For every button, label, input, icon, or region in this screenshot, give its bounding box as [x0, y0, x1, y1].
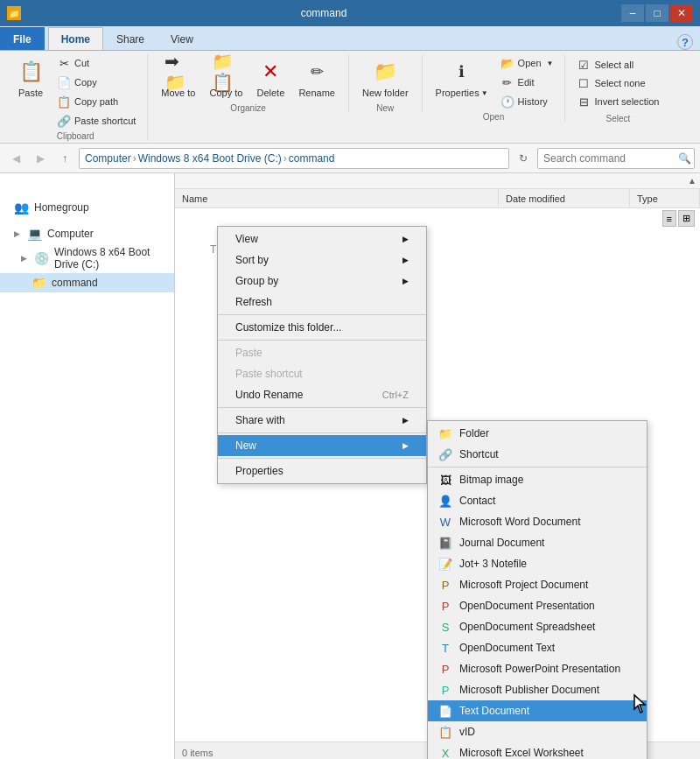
- search-input[interactable]: [543, 152, 675, 165]
- sub-odp[interactable]: P OpenDocument Presentation: [428, 595, 647, 616]
- col-type-header[interactable]: Type: [630, 189, 700, 207]
- tab-share[interactable]: Share: [103, 27, 158, 50]
- sub-folder-label: Folder: [459, 427, 489, 439]
- sub-powerpoint-label: Microsoft PowerPoint Presentation: [459, 663, 620, 675]
- ctx-share-with[interactable]: Share with ▶: [218, 410, 426, 431]
- search-icon: 🔍: [678, 152, 691, 165]
- ctx-sep-1: [218, 314, 426, 315]
- sub-text[interactable]: 📄 Text Document: [428, 700, 647, 721]
- ctx-undo-rename[interactable]: Undo Rename Ctrl+Z: [218, 384, 426, 405]
- rename-button[interactable]: ✏ Rename: [292, 54, 341, 102]
- col-date-header[interactable]: Date modified: [499, 189, 630, 207]
- copy-to-icon: 📁📋: [212, 58, 240, 86]
- search-box: 🔍: [537, 148, 695, 169]
- cut-button[interactable]: ✂ Cut: [52, 54, 140, 72]
- col-name-label: Name: [182, 193, 207, 204]
- tab-view[interactable]: View: [158, 27, 206, 50]
- edit-button[interactable]: ✏ Edit: [496, 74, 558, 91]
- paste-shortcut-button[interactable]: 🔗 Paste shortcut: [52, 112, 140, 130]
- select-none-button[interactable]: ☐ Select none: [572, 74, 663, 92]
- ctx-customize[interactable]: Customize this folder...: [218, 317, 426, 338]
- ctx-sort-label: Sort by: [235, 254, 269, 266]
- sub-shortcut[interactable]: 🔗 Shortcut: [428, 444, 647, 465]
- ctx-group-by[interactable]: Group by ▶: [218, 271, 426, 292]
- window-icon: 📁: [7, 6, 21, 20]
- sub-jot[interactable]: 📝 Jot+ 3 Notefile: [428, 553, 647, 574]
- forward-button[interactable]: ▶: [30, 148, 51, 169]
- sub-vid[interactable]: 📋 vID: [428, 721, 647, 742]
- sub-powerpoint[interactable]: P Microsoft PowerPoint Presentation: [428, 658, 647, 679]
- context-menu: View ▶ Sort by ▶ Group by ▶ Refresh Cust…: [217, 226, 427, 484]
- address-path[interactable]: Computer › Windows 8 x64 Boot Drive (C:)…: [79, 148, 509, 169]
- tab-home[interactable]: Home: [48, 27, 103, 50]
- minimize-button[interactable]: –: [621, 4, 644, 22]
- copy-to-button[interactable]: 📁📋 Copy to: [203, 54, 248, 102]
- sub-excel[interactable]: X Microsoft Excel Worksheet: [428, 742, 647, 759]
- ctx-share-arrow: ▶: [402, 416, 409, 425]
- list-view-button[interactable]: ≡: [662, 210, 676, 227]
- tab-file[interactable]: File: [0, 27, 45, 50]
- path-command[interactable]: command: [289, 152, 335, 165]
- sub-publisher[interactable]: P Microsoft Publisher Document: [428, 679, 647, 700]
- up-button[interactable]: ↑: [54, 148, 75, 169]
- sub-sep-1: [428, 467, 647, 467]
- new-folder-button[interactable]: 📁 New folder: [356, 54, 415, 102]
- ctx-share-label: Share with: [235, 414, 285, 426]
- ctx-sort-arrow: ▶: [402, 256, 409, 264]
- ctx-customize-label: Customize this folder...: [235, 321, 341, 334]
- help-icon[interactable]: ?: [677, 34, 693, 50]
- properties-icon: ℹ: [448, 58, 476, 86]
- sub-journal[interactable]: 📓 Journal Document: [428, 532, 647, 553]
- sub-ods[interactable]: S OpenDocument Spreadsheet: [428, 616, 647, 637]
- sidebar-item-drive[interactable]: ▶ 💿 Windows 8 x64 Boot Drive (C:): [0, 243, 174, 273]
- delete-button[interactable]: ✕ Delete: [250, 54, 290, 102]
- refresh-button[interactable]: ↻: [513, 148, 534, 169]
- path-computer[interactable]: Computer: [85, 152, 131, 165]
- invert-selection-button[interactable]: ⊟ Invert selection: [572, 93, 663, 110]
- sub-vid-label: vID: [459, 726, 475, 738]
- detail-view-button[interactable]: ⊞: [678, 210, 695, 227]
- sub-project-label: Microsoft Project Document: [459, 579, 588, 591]
- ctx-sep-4: [218, 432, 426, 433]
- select-all-button[interactable]: ☑ Select all: [572, 56, 663, 74]
- open-button[interactable]: 📂 Open ▼: [496, 54, 558, 72]
- back-button[interactable]: ◀: [5, 148, 26, 169]
- copy-button[interactable]: 📄 Copy: [52, 74, 140, 91]
- ctx-new[interactable]: New ▶: [218, 435, 426, 456]
- ctx-properties[interactable]: Properties: [218, 460, 426, 481]
- sub-odt[interactable]: T OpenDocument Text: [428, 637, 647, 658]
- maximize-button[interactable]: □: [646, 4, 668, 22]
- ctx-paste-shortcut-label: Paste shortcut: [235, 368, 303, 380]
- sub-folder[interactable]: 📁 Folder: [428, 423, 647, 444]
- sub-word-icon: W: [438, 515, 452, 529]
- scroll-up-icon[interactable]: ▲: [688, 176, 696, 186]
- path-drive[interactable]: Windows 8 x64 Boot Drive (C:): [138, 152, 282, 165]
- ctx-sep-3: [218, 407, 426, 408]
- new-label: New: [376, 103, 394, 113]
- ctx-view[interactable]: View ▶: [218, 228, 426, 249]
- sidebar-item-command[interactable]: 📁 command: [0, 273, 174, 292]
- ctx-undo-label: Undo Rename: [235, 389, 303, 401]
- sub-word[interactable]: W Microsoft Word Document: [428, 511, 647, 532]
- computer-icon: 💻: [27, 227, 42, 241]
- select-none-icon: ☐: [577, 76, 591, 90]
- ctx-sort-by[interactable]: Sort by ▶: [218, 249, 426, 271]
- sub-contact-label: Contact: [459, 495, 495, 507]
- history-button[interactable]: 🕐 History: [496, 93, 558, 110]
- paste-button[interactable]: 📋 Paste: [10, 54, 51, 102]
- sidebar-item-computer[interactable]: ▶ 💻 Computer: [0, 224, 174, 243]
- col-name-header[interactable]: Name: [175, 189, 499, 207]
- history-icon: 🕐: [500, 95, 514, 109]
- copy-path-button[interactable]: 📋 Copy path: [52, 93, 140, 110]
- properties-button[interactable]: ℹ Properties ▼: [430, 54, 494, 102]
- ctx-refresh[interactable]: Refresh: [218, 292, 426, 313]
- sub-bitmap[interactable]: 🖼 Bitmap image: [428, 469, 647, 490]
- homegroup-label: Homegroup: [34, 201, 89, 214]
- sub-folder-icon: 📁: [438, 426, 452, 440]
- sidebar-item-homegroup[interactable]: 👥 Homegroup: [0, 198, 174, 217]
- sub-project[interactable]: P Microsoft Project Document: [428, 574, 647, 595]
- move-to-button[interactable]: ➡📁 Move to: [155, 54, 201, 102]
- sub-ods-icon: S: [438, 620, 452, 634]
- sub-contact[interactable]: 👤 Contact: [428, 490, 647, 511]
- close-button[interactable]: ✕: [670, 4, 693, 22]
